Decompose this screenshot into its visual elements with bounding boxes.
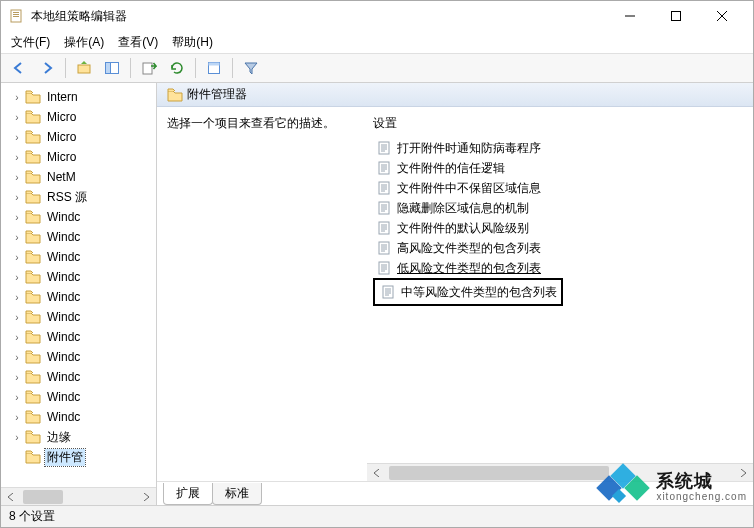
tree-item[interactable]: ›Windc [1,327,156,347]
setting-item[interactable]: 中等风险文件类型的包含列表 [377,282,557,302]
chevron-right-icon: › [11,112,23,123]
tab-standard[interactable]: 标准 [212,483,262,505]
tree-item[interactable]: ›边缘 [1,427,156,447]
setting-item[interactable]: 打开附件时通知防病毒程序 [373,138,747,158]
status-text: 8 个设置 [9,508,55,525]
tree-item[interactable]: ›Windc [1,287,156,307]
refresh-button[interactable] [165,56,189,80]
setting-item[interactable]: 低风险文件类型的包含列表 [373,258,747,278]
tree[interactable]: ›Intern›Micro›Micro›Micro›NetM›RSS 源›Win… [1,83,156,487]
folder-icon [25,230,41,244]
chevron-right-icon: › [11,152,23,163]
tree-item-label: Micro [45,110,78,124]
tree-item[interactable]: ›Micro [1,147,156,167]
menu-help[interactable]: 帮助(H) [166,32,219,53]
app-icon [9,8,25,24]
folder-icon [25,130,41,144]
folder-icon [25,390,41,404]
tree-item-label: Windc [45,290,82,304]
setting-item[interactable]: 文件附件中不保留区域信息 [373,178,747,198]
svg-rect-13 [209,63,220,66]
tree-item[interactable]: ›Windc [1,267,156,287]
setting-label: 中等风险文件类型的包含列表 [401,284,557,301]
setting-item[interactable]: 文件附件的信任逻辑 [373,158,747,178]
scroll-thumb[interactable] [23,490,63,504]
back-button[interactable] [7,56,31,80]
chevron-right-icon: › [11,312,23,323]
menu-action[interactable]: 操作(A) [58,32,110,53]
svg-rect-14 [379,142,389,154]
scroll-right-button[interactable] [735,465,751,481]
tree-item[interactable]: ›Windc [1,347,156,367]
properties-button[interactable] [202,56,226,80]
settings-column-header[interactable]: 设置 [373,115,747,132]
policy-icon [377,241,393,255]
tree-item-label: Windc [45,310,82,324]
tab-extended[interactable]: 扩展 [163,483,213,505]
show-hide-tree-button[interactable] [100,56,124,80]
svg-rect-29 [379,202,389,214]
scroll-track[interactable] [23,490,134,504]
menu-file[interactable]: 文件(F) [5,32,56,53]
scroll-left-button[interactable] [3,489,19,505]
body: ›Intern›Micro›Micro›Micro›NetM›RSS 源›Win… [1,83,753,505]
tree-item[interactable]: ›Windc [1,387,156,407]
menu-view[interactable]: 查看(V) [112,32,164,53]
tree-item[interactable]: ›Micro [1,107,156,127]
tree-item[interactable]: ›Intern [1,87,156,107]
setting-item[interactable]: 文件附件的默认风险级别 [373,218,747,238]
chevron-right-icon: › [11,252,23,263]
tree-item-label: Micro [45,150,78,164]
tree-item[interactable]: ›Micro [1,127,156,147]
minimize-button[interactable] [607,1,653,31]
chevron-right-icon: › [11,92,23,103]
tree-item[interactable]: ›Windc [1,207,156,227]
tree-item-label: Windc [45,270,82,284]
filter-button[interactable] [239,56,263,80]
tree-item[interactable]: ›RSS 源 [1,187,156,207]
tree-item[interactable]: ›Windc [1,247,156,267]
left-horizontal-scrollbar[interactable] [1,487,156,505]
separator [232,58,233,78]
separator [65,58,66,78]
up-button[interactable] [72,56,96,80]
policy-icon [377,181,393,195]
setting-item[interactable]: 隐藏删除区域信息的机制 [373,198,747,218]
folder-icon [25,410,41,424]
tree-item[interactable]: ›Windc [1,227,156,247]
tree-item[interactable]: ›Windc [1,407,156,427]
scroll-thumb[interactable] [389,466,609,480]
setting-item[interactable]: 高风险文件类型的包含列表 [373,238,747,258]
separator [195,58,196,78]
forward-button[interactable] [35,56,59,80]
close-button[interactable] [699,1,745,31]
policy-icon [381,285,397,299]
chevron-right-icon: › [11,412,23,423]
maximize-button[interactable] [653,1,699,31]
svg-rect-34 [379,222,389,234]
details-tabs: 扩展 标准 [157,481,753,505]
setting-label: 低风险文件类型的包含列表 [397,260,541,277]
svg-rect-1 [13,12,19,13]
folder-icon [25,370,41,384]
tree-item-label: Windc [45,250,82,264]
tree-item-label: Intern [45,90,80,104]
description-column: 选择一个项目来查看它的描述。 [157,107,367,481]
description-prompt: 选择一个项目来查看它的描述。 [167,115,357,132]
scroll-right-button[interactable] [138,489,154,505]
separator [130,58,131,78]
folder-icon [25,450,41,464]
tree-item[interactable]: ›NetM [1,167,156,187]
tree-item-label: 附件管 [45,449,85,466]
folder-icon [25,170,41,184]
svg-rect-24 [379,182,389,194]
tree-item[interactable]: ›Windc [1,367,156,387]
tree-item[interactable]: ›Windc [1,307,156,327]
tree-item[interactable]: 附件管 [1,447,156,467]
scroll-track[interactable] [389,466,731,480]
policy-icon [377,141,393,155]
scroll-left-button[interactable] [369,465,385,481]
folder-icon [25,350,41,364]
export-button[interactable] [137,56,161,80]
right-horizontal-scrollbar[interactable] [367,463,753,481]
